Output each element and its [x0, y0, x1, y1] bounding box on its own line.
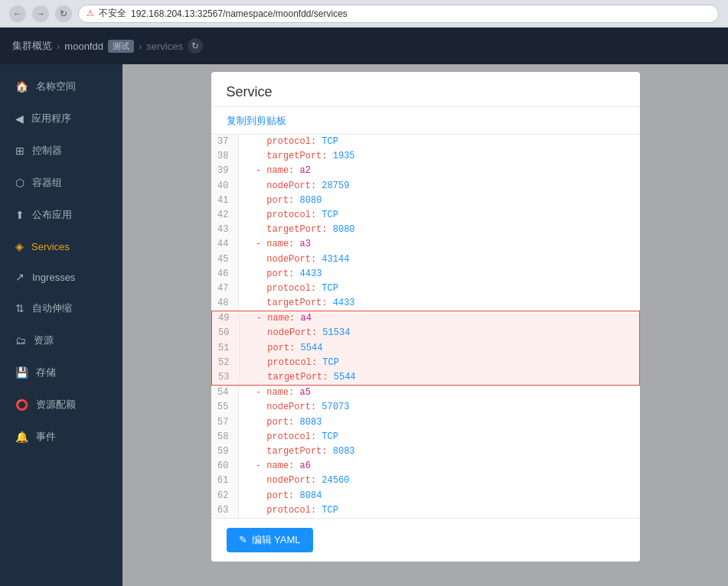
- yaml-line: 42 protocol: TCP: [211, 208, 640, 223]
- yaml-line: 52 protocol: TCP: [212, 356, 639, 370]
- events-icon: 🔔: [15, 431, 28, 443]
- service-modal: Service 复制到剪贴板 37 protocol: TCP38 target…: [211, 72, 640, 562]
- yaml-line: 48 targetPort: 4433: [211, 296, 640, 311]
- highlighted-yaml-group: 49 - name: a450 nodePort: 5153451 port: …: [211, 311, 640, 386]
- breadcrumb-namespace[interactable]: moonfdd: [64, 41, 103, 52]
- edit-yaml-button[interactable]: ✎ 编辑 YAML: [227, 528, 313, 552]
- yaml-line: 38 targetPort: 1935: [211, 149, 640, 164]
- autoscaling-icon: ⇅: [15, 302, 24, 314]
- quota-icon: ⭕: [15, 399, 28, 411]
- modal-body[interactable]: 37 protocol: TCP38 targetPort: 193539 - …: [211, 135, 640, 518]
- sidebar-label-ingresses: Ingresses: [32, 272, 75, 283]
- modal-overlay: Service 复制到剪贴板 37 protocol: TCP38 target…: [122, 64, 728, 586]
- yaml-line: 44 - name: a3: [211, 237, 640, 252]
- sidebar-item-services[interactable]: ◈ Services: [0, 231, 122, 262]
- sidebar-item-controllers[interactable]: ⊞ 控制器: [0, 135, 122, 167]
- edit-icon: ✎: [239, 534, 247, 545]
- yaml-line: 61 nodePort: 24560: [211, 474, 640, 488]
- browser-chrome: ← → ↻ ⚠ 不安全 192.168.204.13:32567/namespa…: [0, 0, 728, 28]
- top-navigation: 集群概览 › moonfdd 测试 › services ↻: [0, 28, 728, 64]
- url-bar[interactable]: ⚠ 不安全 192.168.204.13:32567/namespace/moo…: [78, 5, 719, 23]
- sidebar-label-quota: 资源配额: [36, 398, 76, 412]
- back-button[interactable]: ←: [9, 5, 26, 22]
- sidebar-label-storage: 存储: [36, 366, 56, 379]
- sidebar-item-storage[interactable]: 💾 存储: [0, 356, 122, 389]
- content-area: Service 复制到剪贴板 37 protocol: TCP38 target…: [122, 64, 728, 586]
- reload-button[interactable]: ↻: [55, 5, 72, 22]
- modal-header: Service: [211, 72, 640, 107]
- sidebar: 🏠 名称空间 ◀ 应用程序 ⊞ 控制器 ⬡ 容器组 ⬆ 公布应用 ◈ Servi…: [0, 64, 122, 586]
- sidebar-item-publish[interactable]: ⬆ 公布应用: [0, 199, 122, 231]
- apps-icon: ◀: [15, 112, 24, 125]
- yaml-line: 45 nodePort: 43144: [211, 252, 640, 267]
- publish-icon: ⬆: [15, 209, 24, 221]
- yaml-line: 40 nodePort: 28759: [211, 179, 640, 194]
- sidebar-label-publish: 公布应用: [32, 208, 72, 222]
- security-label: 不安全: [99, 7, 126, 20]
- modal-footer: ✎ 编辑 YAML: [211, 518, 640, 562]
- sidebar-label-events: 事件: [36, 430, 56, 444]
- yaml-line: 43 targetPort: 8080: [211, 223, 640, 237]
- storage-icon: 💾: [15, 366, 28, 379]
- resources-icon: 🗂: [15, 334, 26, 347]
- sidebar-label-pods: 容器组: [32, 176, 62, 190]
- yaml-line: 39 - name: a2: [211, 164, 640, 178]
- yaml-line: 53 targetPort: 5544: [212, 370, 639, 385]
- yaml-viewer: 37 protocol: TCP38 targetPort: 193539 - …: [211, 135, 640, 518]
- yaml-line: 47 protocol: TCP: [211, 282, 640, 296]
- sidebar-label-services: Services: [31, 241, 70, 252]
- yaml-line: 58 protocol: TCP: [211, 430, 640, 444]
- breadcrumb-home[interactable]: 集群概览: [12, 39, 52, 53]
- sidebar-label-controllers: 控制器: [32, 144, 62, 158]
- yaml-line: 50 nodePort: 51534: [212, 326, 639, 340]
- namespace-badge: 测试: [108, 40, 134, 53]
- sidebar-item-ingresses[interactable]: ↗ Ingresses: [0, 262, 122, 292]
- url-text: 192.168.204.13:32567/namespace/moonfdd/s…: [131, 8, 348, 19]
- modal-title: Service: [227, 84, 625, 100]
- controllers-icon: ⊞: [15, 145, 24, 157]
- sidebar-label-resources: 资源: [34, 334, 54, 347]
- ingresses-icon: ↗: [15, 271, 24, 283]
- breadcrumb-current: services: [146, 41, 183, 52]
- yaml-line: 49 - name: a4: [212, 311, 639, 326]
- forward-button[interactable]: →: [32, 5, 49, 22]
- sidebar-item-resources[interactable]: 🗂 资源: [0, 324, 122, 356]
- sidebar-item-events[interactable]: 🔔 事件: [0, 421, 122, 453]
- yaml-line: 55 nodePort: 57073: [211, 400, 640, 415]
- copy-to-clipboard-link[interactable]: 复制到剪贴板: [227, 115, 286, 126]
- yaml-line: 59 targetPort: 8083: [211, 444, 640, 459]
- sidebar-label-apps: 应用程序: [31, 112, 71, 125]
- breadcrumb: 集群概览 › moonfdd 测试 › services ↻: [12, 38, 203, 54]
- yaml-line: 37 protocol: TCP: [211, 135, 640, 149]
- services-icon: ◈: [15, 240, 24, 252]
- yaml-line: 60 - name: a6: [211, 459, 640, 474]
- breadcrumb-sep2: ›: [139, 41, 142, 52]
- sidebar-item-namespace[interactable]: 🏠 名称空间: [0, 70, 122, 103]
- sidebar-label-namespace: 名称空间: [36, 80, 76, 93]
- main-layout: 🏠 名称空间 ◀ 应用程序 ⊞ 控制器 ⬡ 容器组 ⬆ 公布应用 ◈ Servi…: [0, 64, 728, 586]
- yaml-line: 46 port: 4433: [211, 267, 640, 282]
- home-icon: 🏠: [15, 80, 28, 93]
- sidebar-item-apps[interactable]: ◀ 应用程序: [0, 103, 122, 135]
- yaml-line: 63 protocol: TCP: [211, 503, 640, 518]
- yaml-line: 54 - name: a5: [211, 386, 640, 400]
- sidebar-item-quota[interactable]: ⭕ 资源配额: [0, 389, 122, 421]
- sidebar-item-pods[interactable]: ⬡ 容器组: [0, 167, 122, 199]
- yaml-line: 41 port: 8080: [211, 194, 640, 208]
- yaml-line: 62 port: 8084: [211, 489, 640, 503]
- sidebar-label-autoscaling: 自动伸缩: [32, 301, 72, 315]
- edit-yaml-label: 编辑 YAML: [252, 533, 301, 547]
- yaml-line: 57 port: 8083: [211, 415, 640, 430]
- sidebar-item-autoscaling[interactable]: ⇅ 自动伸缩: [0, 292, 122, 324]
- yaml-line: 51 port: 5544: [212, 341, 639, 356]
- refresh-icon[interactable]: ↻: [188, 38, 203, 54]
- copy-section: 复制到剪贴板: [211, 107, 640, 135]
- security-icon: ⚠: [87, 8, 94, 18]
- breadcrumb-sep1: ›: [57, 41, 60, 52]
- pods-icon: ⬡: [15, 177, 24, 189]
